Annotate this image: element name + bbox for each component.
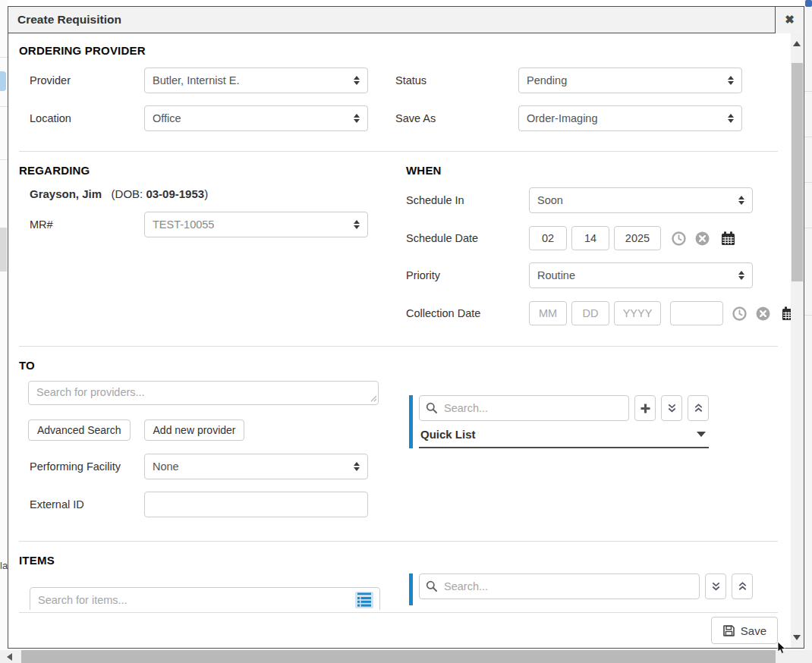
schedule-month-input[interactable] bbox=[529, 226, 567, 250]
expand-all-button[interactable] bbox=[661, 395, 682, 421]
quick-panel-accent-bar bbox=[409, 395, 413, 448]
schedule-in-select[interactable]: Soon bbox=[529, 187, 753, 213]
dob-prefix: (DOB: bbox=[112, 187, 146, 200]
quick-list-group-header[interactable]: Quick List bbox=[419, 421, 709, 448]
plus-icon bbox=[640, 403, 651, 414]
background-blue-fragment bbox=[805, 0, 812, 7]
section-divider bbox=[19, 151, 778, 152]
save-button-label: Save bbox=[741, 624, 766, 637]
scroll-down-arrow-icon[interactable] bbox=[793, 635, 801, 640]
mr-number-select-value: TEST-10055 bbox=[153, 218, 214, 231]
performing-facility-select[interactable]: None bbox=[144, 454, 368, 479]
background-line bbox=[804, 137, 812, 137]
location-select[interactable]: Office bbox=[144, 105, 368, 131]
provider-select[interactable]: Butler, Internist E. bbox=[144, 68, 368, 93]
status-label: Status bbox=[395, 74, 518, 86]
background-line bbox=[0, 57, 8, 58]
select-caret-icon bbox=[354, 76, 360, 85]
schedule-year-input[interactable] bbox=[614, 226, 661, 250]
items-quick-panel bbox=[409, 573, 753, 605]
collection-clear-icon[interactable] bbox=[756, 306, 770, 321]
schedule-day-input[interactable] bbox=[571, 226, 609, 250]
close-button[interactable]: ✖ bbox=[775, 7, 804, 33]
mr-number-select[interactable]: TEST-10055 bbox=[144, 212, 368, 237]
items-collapse-all-button[interactable] bbox=[732, 573, 753, 599]
scroll-left-arrow-icon[interactable] bbox=[7, 653, 12, 661]
external-id-input[interactable] bbox=[144, 492, 368, 517]
create-requisition-dialog: Create Requisition ✖ ORDERING PROVIDER P… bbox=[8, 6, 804, 649]
priority-select[interactable]: Routine bbox=[529, 262, 753, 288]
add-to-quicklist-button[interactable] bbox=[634, 395, 656, 421]
status-select-value: Pending bbox=[527, 74, 567, 86]
background-line bbox=[804, 315, 812, 316]
save-as-select[interactable]: Order-Imaging bbox=[518, 105, 742, 131]
collection-year-input[interactable] bbox=[614, 301, 661, 325]
close-icon: ✖ bbox=[785, 13, 795, 27]
provider-search-textarea[interactable] bbox=[28, 381, 379, 405]
schedule-in-select-value: Soon bbox=[537, 194, 563, 206]
background-line bbox=[804, 228, 812, 228]
priority-label: Priority bbox=[406, 269, 529, 281]
background-gray-block bbox=[0, 228, 7, 272]
patient-line: Grayson, Jim (DOB: 03-09-1953) bbox=[19, 187, 406, 200]
background-line bbox=[0, 106, 8, 107]
collection-date-label: Collection Date bbox=[406, 307, 529, 319]
background-text-fragment: la bbox=[0, 560, 8, 571]
select-caret-icon bbox=[354, 114, 360, 123]
schedule-calendar-icon[interactable] bbox=[720, 231, 736, 247]
patient-name: Grayson, Jim bbox=[30, 187, 102, 200]
items-quicklist-search-input[interactable] bbox=[419, 573, 700, 599]
save-floppy-icon bbox=[722, 624, 735, 637]
double-chevron-up-icon bbox=[693, 403, 704, 414]
background-page-left-strip: la bbox=[0, 0, 8, 663]
dialog-vertical-scrollbar[interactable] bbox=[791, 33, 804, 648]
item-search-input[interactable] bbox=[30, 587, 380, 610]
location-label: Location bbox=[19, 112, 144, 124]
collection-day-input[interactable] bbox=[571, 301, 609, 325]
background-blue-chip bbox=[0, 71, 6, 91]
provider-select-value: Butler, Internist E. bbox=[153, 74, 239, 86]
schedule-date-label: Schedule Date bbox=[406, 232, 529, 244]
save-as-label: Save As bbox=[395, 112, 518, 124]
performing-facility-select-value: None bbox=[153, 460, 179, 473]
advanced-search-button[interactable]: Advanced Search bbox=[28, 419, 131, 441]
to-quicklist-search-input[interactable] bbox=[419, 395, 629, 421]
collection-time-input[interactable] bbox=[670, 301, 723, 325]
item-list-toggle-icon[interactable] bbox=[354, 591, 374, 610]
items-heading: ITEMS bbox=[19, 554, 55, 567]
when-heading: WHEN bbox=[406, 164, 797, 177]
items-expand-all-button[interactable] bbox=[705, 573, 726, 599]
collection-month-input[interactable] bbox=[529, 301, 567, 325]
schedule-in-label: Schedule In bbox=[406, 194, 529, 206]
add-new-provider-button[interactable]: Add new provider bbox=[144, 419, 245, 441]
save-button[interactable]: Save bbox=[711, 617, 778, 644]
horizontal-scrollbar-thumb[interactable] bbox=[21, 650, 776, 663]
select-caret-icon bbox=[354, 220, 360, 229]
items-section: ITEMS bbox=[19, 542, 778, 610]
scroll-up-arrow-icon[interactable] bbox=[793, 41, 801, 46]
regarding-heading: REGARDING bbox=[19, 164, 406, 177]
schedule-time-clock-icon[interactable] bbox=[672, 231, 686, 246]
dob-suffix: ) bbox=[204, 187, 208, 200]
collapse-all-button[interactable] bbox=[688, 395, 709, 421]
dialog-footer: Save bbox=[19, 612, 778, 648]
quick-list-label: Quick List bbox=[420, 428, 476, 441]
double-chevron-down-icon bbox=[710, 581, 722, 592]
save-as-select-value: Order-Imaging bbox=[527, 112, 597, 124]
background-line bbox=[0, 159, 8, 160]
status-select[interactable]: Pending bbox=[518, 68, 742, 93]
resize-grip-icon[interactable] bbox=[370, 391, 377, 405]
collection-time-clock-icon[interactable] bbox=[732, 306, 747, 321]
provider-label: Provider bbox=[19, 74, 144, 86]
ordering-provider-heading: ORDERING PROVIDER bbox=[19, 44, 778, 57]
select-caret-icon bbox=[728, 114, 734, 123]
search-icon bbox=[426, 402, 438, 414]
dialog-title: Create Requisition bbox=[8, 13, 775, 27]
select-caret-icon bbox=[738, 196, 744, 205]
select-caret-icon bbox=[354, 462, 360, 471]
schedule-clear-icon[interactable] bbox=[695, 231, 710, 246]
dialog-body: ORDERING PROVIDER Provider Butler, Inter… bbox=[8, 33, 804, 648]
page-horizontal-scrollbar[interactable] bbox=[0, 650, 812, 663]
performing-facility-label: Performing Facility bbox=[19, 460, 144, 473]
vertical-scrollbar-thumb[interactable] bbox=[792, 63, 803, 281]
